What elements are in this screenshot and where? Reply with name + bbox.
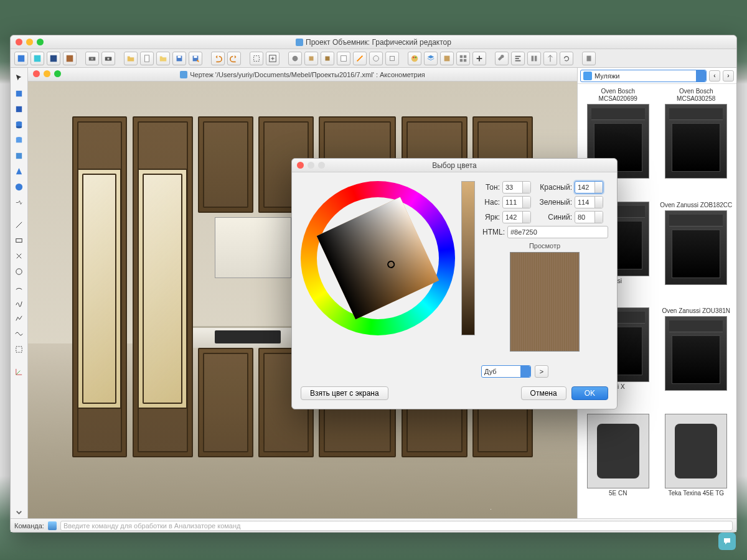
catalog-item[interactable]: 5E CN [581,414,655,515]
flip-icon[interactable] [543,52,557,65]
fit-icon[interactable] [266,52,280,65]
catalog-item[interactable]: Oven Bosch MCSA030258 [660,88,733,197]
book2-icon[interactable] [13,149,26,162]
cube-dark-icon[interactable] [47,52,60,65]
tool-a-icon[interactable] [288,52,302,65]
tool-d-icon[interactable] [337,52,350,65]
cross-icon[interactable] [13,250,26,262]
palette-icon[interactable] [408,52,421,65]
command-input[interactable]: Введите команду для обработки в Анализат… [60,521,733,531]
luminance-slider[interactable] [461,181,475,335]
cancel-button[interactable]: Отмена [521,386,566,400]
fullscreen-icon[interactable] [250,52,263,65]
doc-minimize-icon[interactable] [44,70,50,77]
export-icon[interactable] [582,52,596,65]
save-icon[interactable] [172,52,186,65]
plus-icon[interactable] [472,52,486,65]
camera-icon[interactable] [85,52,99,65]
close-icon[interactable] [16,39,22,45]
rect-icon[interactable] [13,234,26,246]
undo-icon[interactable] [211,52,225,65]
zoom-icon[interactable] [37,39,44,45]
svg-rect-0 [18,55,25,62]
material-select[interactable]: Дуб [481,365,531,378]
doc-close-icon[interactable] [33,70,40,77]
cube-blue-icon[interactable] [14,52,28,65]
ok-button[interactable]: OK [571,386,608,400]
document-titlebar[interactable]: Чертеж '/Users/yuriy/Documents/Mebel/Про… [28,68,577,82]
html-input[interactable]: #8e7250 [507,226,608,238]
eyedropper-button[interactable]: Взять цвет с экрана [301,386,388,400]
val-spinner[interactable]: 142 [502,211,531,223]
red-spinner[interactable]: 142 [575,181,603,194]
tool-e-icon[interactable] [353,52,367,65]
arc-icon[interactable] [13,281,26,293]
polyline-icon[interactable] [13,312,26,324]
catalog-item[interactable]: Teka Texina 45E TG [660,414,733,515]
cube-cyan-icon[interactable] [31,52,44,65]
dlg-close-icon[interactable] [297,162,304,169]
svg-rect-25 [460,55,463,57]
tool-c-icon[interactable] [321,52,334,65]
sphere-icon[interactable] [13,180,26,193]
svg-rect-1 [34,55,41,62]
grid-icon[interactable] [456,52,470,65]
align-icon[interactable] [511,52,525,65]
box2-icon[interactable] [13,103,26,115]
preview-swatch [510,252,580,352]
line-icon[interactable] [13,218,26,231]
document-icon[interactable] [140,52,154,65]
distribute-icon[interactable] [527,52,541,65]
redo-icon[interactable] [227,52,241,65]
box-icon[interactable] [13,87,26,100]
dlg-zoom-icon [318,162,325,169]
catalog-back-button[interactable]: ‹ [709,70,720,82]
wave-icon[interactable] [13,327,26,340]
layers-icon[interactable] [424,52,438,65]
catalog-folder-select[interactable]: Муляжи [580,70,707,82]
folder-icon[interactable] [156,52,170,65]
hue-spinner[interactable]: 33 [502,181,531,194]
app-titlebar[interactable]: Проект Объемник: Графический редактор [11,35,736,49]
svg-rect-43 [16,346,22,352]
cube-brown-icon[interactable] [63,52,77,65]
svg-rect-18 [341,55,347,61]
svg-rect-27 [460,58,463,61]
blue-spinner[interactable]: 80 [575,211,603,223]
material-more-button[interactable]: > [535,365,548,378]
circle-icon[interactable] [13,265,26,278]
sat-spinner[interactable]: 111 [502,196,531,208]
green-spinner[interactable]: 114 [575,196,603,208]
outline-icon[interactable] [13,343,26,355]
svg-rect-39 [16,152,22,158]
book-icon[interactable] [440,52,454,65]
cursor-icon[interactable] [13,72,26,84]
red-label: Красный: [533,183,572,192]
spline-icon[interactable] [13,296,26,309]
doc-zoom-icon[interactable] [54,70,61,77]
cylinder-icon[interactable] [13,118,26,131]
rotate-icon[interactable] [560,52,573,65]
cylinder2-icon[interactable] [13,134,26,146]
chevron-down-icon[interactable] [13,506,26,518]
save-as-icon[interactable] [189,52,202,65]
camera2-icon[interactable] [101,52,115,65]
catalog-item[interactable]: Oven Zanussi ZOB182CC [660,202,733,303]
color-wheel[interactable] [301,181,455,335]
break-icon[interactable] [13,196,26,208]
svg-point-23 [415,56,416,58]
tool-g-icon[interactable] [385,52,399,65]
catalog-fwd-button[interactable]: › [723,70,734,82]
catalog-item[interactable]: Oven Zanussi ZOU381N [660,307,733,409]
tool-b-icon[interactable] [304,52,318,65]
minimize-icon[interactable] [26,39,33,45]
tool-f-icon[interactable] [369,52,383,65]
color-picker-dialog: Выбор цвета Тон: 33 Красный: 142 Нас: 11… [291,158,618,409]
axis-icon[interactable] [13,365,26,378]
svg-point-42 [16,268,22,274]
wrench-icon[interactable] [495,52,509,65]
chat-widget-icon[interactable] [718,533,736,550]
open-icon[interactable] [124,52,138,65]
cone-icon[interactable] [13,165,26,177]
dialog-titlebar[interactable]: Выбор цвета [292,159,617,172]
